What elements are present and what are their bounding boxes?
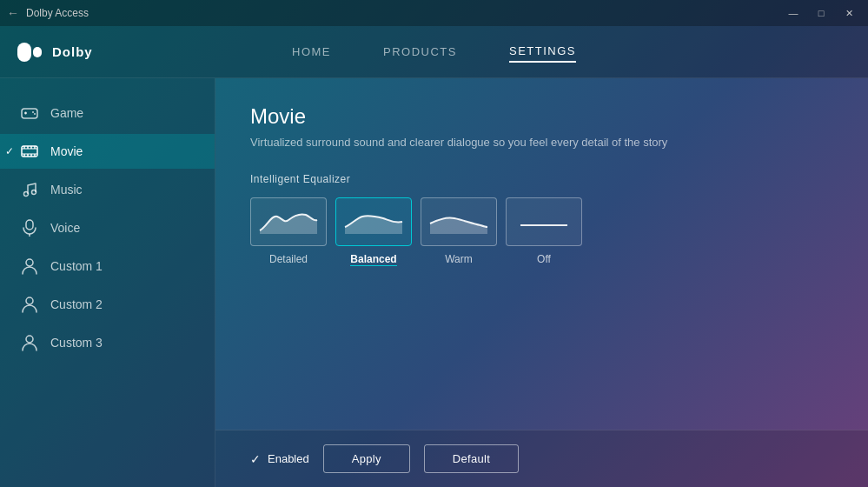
sidebar-item-game-label: Game	[50, 106, 83, 120]
svg-rect-20	[26, 220, 33, 230]
eq-curve-off	[514, 208, 574, 236]
eq-label-off: Off	[537, 253, 551, 265]
enabled-label: Enabled	[268, 452, 309, 465]
custom1-icon	[21, 257, 38, 275]
sidebar-item-custom2-label: Custom 2	[50, 297, 103, 311]
eq-card-warm[interactable]: Warm	[421, 197, 497, 266]
titlebar-controls: — □ ✕	[781, 4, 861, 22]
eq-curve-warm	[428, 208, 489, 236]
svg-point-23	[26, 297, 33, 304]
svg-rect-1	[33, 47, 42, 57]
eq-card-box-off[interactable]	[506, 197, 582, 246]
eq-card-detailed[interactable]: Detailed	[250, 197, 327, 266]
sidebar-item-music-label: Music	[50, 183, 83, 197]
movie-check-icon: ✓	[5, 145, 14, 157]
custom3-icon	[21, 334, 38, 351]
main-layout: Game ✓ Movie	[0, 78, 868, 487]
sidebar-item-voice[interactable]: Voice	[0, 210, 215, 245]
voice-icon	[21, 219, 38, 237]
svg-point-24	[26, 336, 33, 343]
custom2-icon	[21, 296, 38, 313]
bottom-bar: ✓ Enabled Apply Default	[215, 430, 868, 487]
svg-point-19	[32, 190, 36, 195]
enabled-check-icon: ✓	[250, 452, 261, 466]
eq-label-balanced: Balanced	[350, 253, 396, 266]
eq-cards: Detailed Balanced	[250, 197, 833, 266]
default-button[interactable]: Default	[424, 444, 519, 473]
eq-curve-detailed	[258, 208, 319, 236]
sidebar-item-game[interactable]: Game	[0, 96, 215, 130]
eq-card-box-warm[interactable]	[421, 197, 497, 246]
eq-card-balanced[interactable]: Balanced	[335, 197, 412, 266]
content-description: Virtualized surround sound and clearer d…	[250, 136, 833, 149]
svg-rect-0	[17, 43, 31, 62]
apply-button[interactable]: Apply	[323, 444, 410, 473]
app-title: Dolby Access	[26, 7, 89, 19]
topnav: Dolby HOME PRODUCTS SETTINGS	[0, 26, 868, 78]
enabled-toggle[interactable]: ✓ Enabled	[250, 452, 309, 466]
back-button[interactable]: ←	[7, 6, 19, 20]
sidebar-item-music[interactable]: Music	[0, 172, 215, 207]
eq-curve-balanced	[343, 208, 404, 236]
eq-section-label: Intelligent Equalizer	[250, 173, 833, 185]
maximize-button[interactable]: □	[809, 4, 833, 22]
sidebar-item-custom1-label: Custom 1	[50, 259, 103, 273]
minimize-button[interactable]: —	[781, 4, 805, 22]
close-button[interactable]: ✕	[837, 4, 861, 22]
svg-point-5	[32, 111, 34, 113]
content-area: Movie Virtualized surround sound and cle…	[215, 78, 868, 487]
eq-label-detailed: Detailed	[269, 253, 308, 265]
sidebar-item-custom3[interactable]: Custom 3	[0, 325, 215, 360]
dolby-logo-text: Dolby	[52, 44, 93, 59]
eq-card-off[interactable]: Off	[506, 197, 582, 266]
sidebar: Game ✓ Movie	[0, 78, 215, 487]
nav-products[interactable]: PRODUCTS	[383, 42, 457, 62]
eq-card-box-detailed[interactable]	[250, 197, 327, 246]
sidebar-item-movie-label: Movie	[50, 144, 83, 158]
page-title: Movie	[250, 104, 833, 129]
titlebar: ← Dolby Access — □ ✕	[0, 0, 868, 26]
svg-point-18	[24, 192, 29, 197]
sidebar-item-custom2[interactable]: Custom 2	[0, 287, 215, 322]
dolby-logo-icon	[17, 43, 47, 62]
dolby-logo: Dolby	[17, 43, 93, 62]
movie-icon	[21, 143, 38, 160]
eq-label-warm: Warm	[445, 253, 473, 265]
sidebar-item-voice-label: Voice	[50, 221, 80, 235]
sidebar-item-custom3-label: Custom 3	[50, 336, 103, 350]
svg-point-22	[26, 259, 33, 266]
music-icon	[21, 181, 38, 198]
eq-card-box-balanced[interactable]	[335, 197, 412, 246]
sidebar-item-custom1[interactable]: Custom 1	[0, 249, 215, 284]
sidebar-item-movie[interactable]: ✓ Movie	[0, 134, 215, 169]
game-icon	[21, 104, 38, 122]
nav-home[interactable]: HOME	[292, 42, 331, 62]
titlebar-left: ← Dolby Access	[7, 6, 89, 20]
svg-point-6	[34, 113, 36, 115]
nav-settings[interactable]: SETTINGS	[509, 41, 576, 63]
